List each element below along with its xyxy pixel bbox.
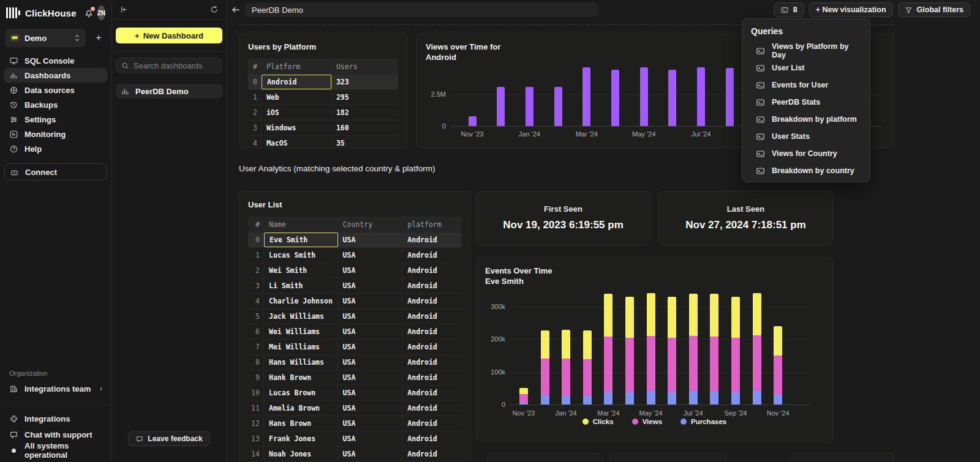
table-row[interactable]: 9Hank BrownUSAAndroid [248, 370, 461, 386]
table-row[interactable]: 6Wei WilliamsUSAAndroid [248, 324, 461, 340]
cell[interactable]: USA [338, 431, 403, 446]
cell[interactable]: 14 [248, 447, 264, 461]
table-row[interactable]: 1Lucas SmithUSAAndroid [248, 248, 461, 263]
table-row[interactable]: 4MacOS35 [248, 136, 398, 148]
table-row[interactable]: 0Eve SmithUSAAndroid [248, 233, 461, 248]
cell[interactable]: Android [262, 75, 331, 89]
bell-icon[interactable] [84, 8, 94, 18]
cell[interactable]: 0 [248, 75, 262, 89]
add-service-button[interactable]: + [92, 31, 105, 45]
cell[interactable]: Hans Brown [264, 416, 338, 431]
cell[interactable]: 2 [248, 105, 262, 120]
cell[interactable]: Android [402, 278, 461, 293]
cell[interactable]: 7 [248, 340, 264, 354]
cell[interactable]: Android [402, 416, 461, 431]
cell[interactable]: USA [338, 309, 403, 324]
cell[interactable]: Mei Williams [264, 340, 338, 354]
cell[interactable]: 295 [331, 90, 398, 105]
legend-item-views[interactable]: Views [632, 418, 662, 425]
cell[interactable]: Android [402, 447, 461, 461]
query-item-peerdb-stats[interactable]: PeerDB Stats [742, 94, 870, 111]
sidebar-item-dashboards[interactable]: Dashboards [4, 68, 107, 83]
cell[interactable]: Web [262, 90, 331, 105]
cell[interactable]: 10 [248, 386, 264, 400]
cell[interactable]: 4 [248, 294, 264, 308]
cell[interactable]: Amelia Brown [264, 401, 338, 415]
table-row[interactable]: 12Hans BrownUSAAndroid [248, 416, 461, 431]
cell[interactable]: 2 [248, 263, 264, 278]
cell[interactable]: Hans Williams [264, 355, 338, 370]
table-row[interactable]: 2Wei SmithUSAAndroid [248, 263, 461, 278]
refresh-icon[interactable] [209, 5, 219, 14]
legend-item-clicks[interactable]: Clicks [582, 418, 614, 425]
connect-button[interactable]: Connect [4, 163, 107, 181]
table-row[interactable]: 7Mei WilliamsUSAAndroid [248, 340, 461, 355]
cell[interactable]: USA [338, 324, 403, 339]
cell[interactable]: Li Smith [264, 278, 338, 293]
table-row[interactable]: 10Lucas BrownUSAAndroid [248, 386, 461, 401]
cell[interactable]: Android [402, 263, 461, 278]
table-row[interactable]: 14Noah JonesUSAAndroid [248, 447, 461, 462]
cell[interactable]: Frank Jones [264, 431, 338, 446]
dashboard-list-item-peerdb-demo[interactable]: PeerDB Demo [116, 84, 222, 99]
sidebar-item-sql-console[interactable]: SQL Console [4, 53, 107, 68]
cell[interactable]: 3 [248, 121, 262, 135]
legend-item-purchases[interactable]: Purchases [680, 418, 726, 425]
table-row[interactable]: 0Android323 [248, 75, 398, 90]
cell[interactable]: Android [402, 370, 461, 385]
queries-toggle-button[interactable]: 8 [774, 2, 804, 17]
cell[interactable]: Android [402, 401, 461, 415]
sidebar-item-integrations[interactable]: Integrations [4, 411, 107, 427]
cell[interactable]: 1 [248, 90, 262, 105]
leave-feedback-button[interactable]: Leave feedback [128, 431, 209, 446]
cell[interactable]: USA [338, 370, 403, 385]
dashboard-title-input[interactable] [245, 3, 598, 17]
query-item-events-for-user[interactable]: Events for User [742, 76, 870, 94]
query-item-breakdown-by-platform[interactable]: Breakdown by platform [742, 111, 870, 128]
workspace-select[interactable]: Demo [5, 29, 86, 47]
cell[interactable]: 9 [248, 370, 264, 385]
cell[interactable]: USA [338, 248, 403, 263]
cell[interactable]: 323 [331, 75, 398, 89]
cell[interactable]: Wei Williams [264, 324, 338, 339]
cell[interactable]: Android [402, 340, 461, 354]
global-filters-button[interactable]: Global filters [898, 2, 970, 17]
cell[interactable]: USA [338, 340, 403, 354]
query-item-user-stats[interactable]: User Stats [742, 128, 870, 145]
new-dashboard-button[interactable]: + New Dashboard [116, 28, 222, 43]
cell[interactable]: Noah Jones [264, 447, 338, 461]
cell[interactable]: USA [338, 401, 403, 415]
cell[interactable]: USA [338, 294, 403, 308]
cell[interactable]: 35 [331, 136, 398, 148]
cell[interactable]: USA [338, 386, 403, 400]
cell[interactable]: Charlie Johnson [264, 294, 338, 308]
sidebar-item-help[interactable]: Help [4, 141, 107, 156]
cell[interactable]: 11 [248, 401, 264, 415]
query-item-views-for-country[interactable]: Views for Country [742, 145, 870, 162]
query-item-breakdown-by-country[interactable]: Breakdown by country [742, 162, 870, 179]
query-item-views-by-platform-by-day[interactable]: Views by Platform by Day [742, 42, 870, 59]
cell[interactable]: 13 [248, 431, 264, 446]
cell[interactable]: Android [402, 233, 461, 247]
avatar[interactable]: ZN [97, 6, 105, 20]
table-row[interactable]: 1Web295 [248, 90, 398, 105]
table-row[interactable]: 13Frank JonesUSAAndroid [248, 431, 461, 447]
sidebar-item-chat-with-support[interactable]: Chat with support [4, 427, 107, 442]
cell[interactable]: Windows [262, 121, 331, 135]
cell[interactable]: 0 [248, 233, 264, 247]
table-row[interactable]: 4Charlie JohnsonUSAAndroid [248, 294, 461, 309]
cell[interactable]: USA [338, 447, 403, 461]
table-row[interactable]: 3Li SmithUSAAndroid [248, 278, 461, 294]
table-row[interactable]: 8Hans WilliamsUSAAndroid [248, 355, 461, 370]
cell[interactable]: Android [402, 309, 461, 324]
cell[interactable]: Wei Smith [264, 263, 338, 278]
cell[interactable]: Android [402, 248, 461, 263]
sidebar-item-settings[interactable]: Settings [4, 112, 107, 127]
cell[interactable]: Android [402, 386, 461, 400]
cell[interactable]: 3 [248, 278, 264, 293]
table-row[interactable]: 2iOS182 [248, 105, 398, 121]
cell[interactable]: 12 [248, 416, 264, 431]
cell[interactable]: USA [338, 263, 403, 278]
search-dashboards-input[interactable] [134, 61, 241, 70]
sidebar-item-monitoring[interactable]: Monitoring [4, 127, 107, 141]
